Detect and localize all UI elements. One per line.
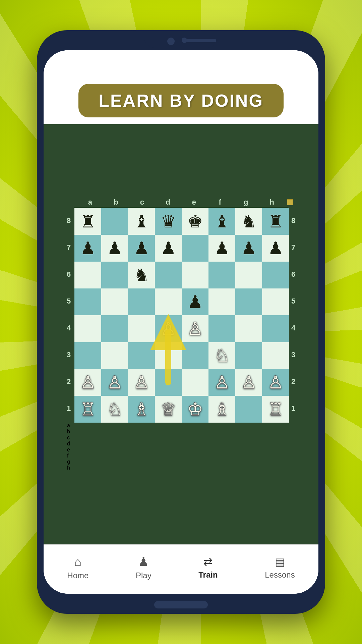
cell-6-5[interactable]: ♙ <box>208 369 235 396</box>
cell-1-3[interactable]: ♟ <box>155 235 182 262</box>
cell-6-0[interactable]: ♙ <box>74 369 101 396</box>
phone-camera <box>167 38 175 45</box>
cell-4-1[interactable] <box>101 315 128 342</box>
row-5-right: 5 <box>288 288 298 315</box>
cell-2-6[interactable] <box>235 262 262 288</box>
cell-6-2[interactable]: ♙ <box>128 369 155 396</box>
cell-6-4[interactable] <box>182 369 208 396</box>
cell-4-4[interactable]: ♙ <box>182 315 208 342</box>
cell-5-7[interactable] <box>262 342 289 369</box>
row-7-right: 7 <box>288 234 298 261</box>
phone-frame: LEARN BY DOING a b c d <box>37 30 325 614</box>
cell-5-1[interactable] <box>101 342 128 369</box>
cell-5-2[interactable] <box>128 342 155 369</box>
piece-black-pawn-1-0: ♟ <box>80 239 96 257</box>
cell-2-3[interactable] <box>155 262 182 288</box>
col-b-bot: b <box>67 429 70 435</box>
cell-4-5[interactable] <box>208 315 235 342</box>
cell-3-1[interactable] <box>101 288 128 315</box>
cell-0-1[interactable] <box>101 208 128 235</box>
cell-5-6[interactable] <box>235 342 262 369</box>
learn-by-doing-text: LEARN BY DOING <box>99 91 263 110</box>
piece-black-pawn-1-3: ♟ <box>161 239 176 257</box>
cell-2-1[interactable] <box>101 262 128 288</box>
piece-black-pawn-1-6: ♟ <box>241 239 257 257</box>
piece-white-bishop-7-2: ♗ <box>134 400 149 418</box>
cell-2-4[interactable] <box>182 262 208 288</box>
col-labels-top: a b c d e f g h <box>77 198 285 207</box>
cell-7-5[interactable]: ♗ <box>208 396 235 423</box>
col-g-top: g <box>233 198 259 207</box>
cell-3-0[interactable] <box>74 288 101 315</box>
cell-1-0[interactable]: ♟ <box>74 235 101 262</box>
cell-5-3[interactable] <box>155 342 182 369</box>
cell-7-7[interactable]: ♖ <box>262 396 289 423</box>
cell-1-6[interactable]: ♟ <box>235 235 262 262</box>
nav-home[interactable]: ⌂ Home <box>57 551 99 584</box>
cell-1-7[interactable]: ♟ <box>262 235 289 262</box>
cell-2-7[interactable] <box>262 262 289 288</box>
cell-0-0[interactable]: ♜ <box>74 208 101 235</box>
board-top-labels: a b c d e f g h <box>67 198 295 207</box>
piece-black-bishop-0-5: ♝ <box>214 213 230 230</box>
piece-black-pawn-1-1: ♟ <box>107 239 123 257</box>
piece-white-pawn-6-6: ♙ <box>241 374 257 391</box>
cell-0-3[interactable]: ♛ <box>155 208 182 235</box>
nav-train[interactable]: ⇄ Train <box>188 552 228 583</box>
cell-4-7[interactable] <box>262 315 289 342</box>
cell-4-0[interactable] <box>74 315 101 342</box>
piece-black-rook-0-0: ♜ <box>80 213 96 230</box>
cell-0-6[interactable]: ♞ <box>235 208 262 235</box>
cell-2-0[interactable] <box>74 262 101 288</box>
learn-badge: LEARN BY DOING <box>78 84 284 117</box>
cell-6-6[interactable]: ♙ <box>235 369 262 396</box>
cell-6-1[interactable]: ♙ <box>101 369 128 396</box>
cell-4-6[interactable] <box>235 315 262 342</box>
nav-play[interactable]: ♟ Play <box>126 551 162 584</box>
cell-3-3[interactable] <box>155 288 182 315</box>
lessons-icon: ▤ <box>275 555 285 568</box>
row-labels-right: 8 7 6 5 4 3 2 1 <box>288 207 298 422</box>
cell-0-4[interactable]: ♚ <box>182 208 208 235</box>
bottom-navigation: ⌂ Home ♟ Play ⇄ Train ▤ Lessons <box>44 544 318 594</box>
cell-3-7[interactable] <box>262 288 289 315</box>
cell-6-3[interactable] <box>155 369 182 396</box>
col-d-top: d <box>155 198 181 207</box>
nav-lessons[interactable]: ▤ Lessons <box>255 552 305 583</box>
cell-2-5[interactable] <box>208 262 235 288</box>
cell-7-4[interactable]: ♔ <box>182 396 208 423</box>
cell-1-5[interactable]: ♟ <box>208 235 235 262</box>
col-f-bot: f <box>67 453 70 459</box>
cell-4-2[interactable] <box>128 315 155 342</box>
cell-7-6[interactable] <box>235 396 262 423</box>
cell-7-3[interactable]: ♕ <box>155 396 182 423</box>
chess-board[interactable]: ♜♝♛♚♝♞♜♟♟♟♟♟♟♟♞♟♙♙♘♙♙♙♙♙♙♖♘♗♕♔♗♖ <box>74 207 288 422</box>
phone-screen: LEARN BY DOING a b c d <box>44 50 318 594</box>
cell-1-4[interactable] <box>182 235 208 262</box>
cell-1-2[interactable]: ♟ <box>128 235 155 262</box>
cell-6-7[interactable]: ♙ <box>262 369 289 396</box>
cell-5-5[interactable]: ♘ <box>208 342 235 369</box>
piece-black-knight-0-6: ♞ <box>241 213 257 230</box>
cell-7-0[interactable]: ♖ <box>74 396 101 423</box>
cell-4-3[interactable]: ♙ <box>155 315 182 342</box>
row-6-left: 6 <box>64 261 74 288</box>
cell-2-2[interactable]: ♞ <box>128 262 155 288</box>
cell-1-1[interactable]: ♟ <box>101 235 128 262</box>
cell-5-0[interactable] <box>74 342 101 369</box>
cell-3-5[interactable] <box>208 288 235 315</box>
cell-0-5[interactable]: ♝ <box>208 208 235 235</box>
cell-5-4[interactable] <box>182 342 208 369</box>
app-header: LEARN BY DOING <box>44 50 318 124</box>
cell-7-1[interactable]: ♘ <box>101 396 128 423</box>
piece-black-knight-2-2: ♞ <box>134 266 149 284</box>
cell-3-6[interactable] <box>235 288 262 315</box>
row-2-right: 2 <box>288 368 298 395</box>
cell-3-4[interactable]: ♟ <box>182 288 208 315</box>
cell-0-7[interactable]: ♜ <box>262 208 289 235</box>
piece-white-rook-7-0: ♖ <box>80 400 96 418</box>
cell-7-2[interactable]: ♗ <box>128 396 155 423</box>
cell-3-2[interactable] <box>128 288 155 315</box>
cell-0-2[interactable]: ♝ <box>128 208 155 235</box>
piece-black-rook-0-7: ♜ <box>268 213 284 230</box>
